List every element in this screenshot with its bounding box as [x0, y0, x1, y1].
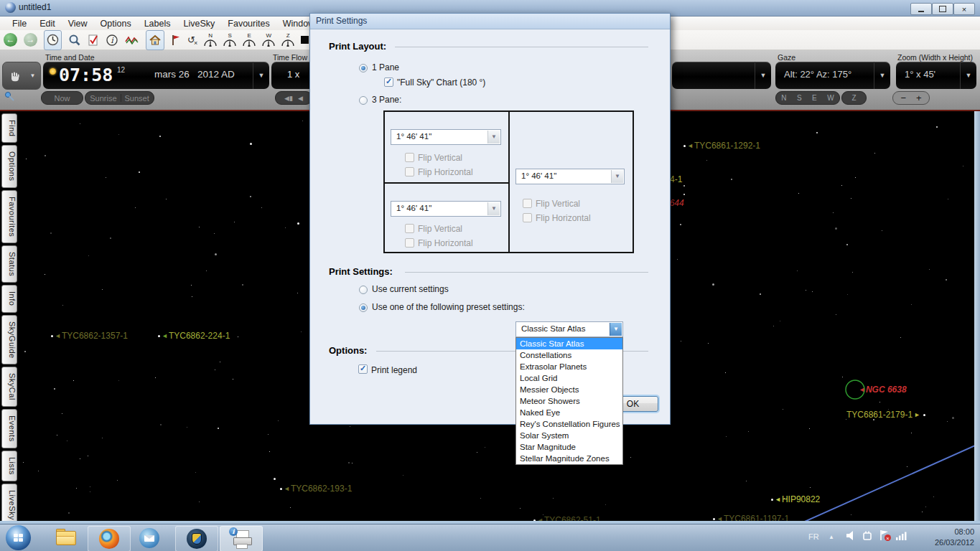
radio-3-pane[interactable] — [359, 96, 368, 105]
minimize-button[interactable] — [910, 3, 932, 15]
info-button[interactable]: i — [106, 32, 118, 49]
preset-option[interactable]: Meteor Showers — [516, 395, 622, 407]
now-button[interactable]: Now — [41, 91, 83, 105]
dso-label-ngc-6638[interactable]: ◄NGC 6638 — [859, 385, 907, 395]
compass-west-button[interactable]: W — [262, 32, 275, 49]
report-button[interactable] — [88, 32, 99, 49]
gaze-north-button[interactable]: N — [781, 94, 786, 102]
search-button[interactable] — [68, 32, 81, 49]
dialog-title-bar[interactable]: Print Settings — [310, 14, 670, 29]
checkbox-print-legend[interactable] — [358, 364, 368, 374]
selection-dropdown[interactable]: ▼ — [672, 62, 771, 89]
menu-favourites[interactable]: Favourites — [221, 19, 276, 29]
tab-skyguide[interactable]: SkyGuide — [1, 315, 17, 365]
flag-button[interactable] — [171, 32, 181, 49]
tab-favourites[interactable]: Favourites — [1, 190, 17, 243]
step-back-icon[interactable]: ◀▮ — [284, 95, 293, 102]
star-label-tyc6861-1292-1[interactable]: ◄TYC6861-1292-1 — [683, 141, 760, 151]
gaze-south-button[interactable]: S — [797, 94, 802, 102]
zoom-dropdown-arrow[interactable]: ▼ — [960, 62, 976, 89]
chevron-down-icon[interactable]: ▼ — [487, 131, 500, 143]
tab-livesky[interactable]: LiveSky — [1, 484, 17, 524]
star-label-tyc6862-193-1[interactable]: ◄TYC6862-193-1 — [280, 484, 352, 494]
selection-dropdown-arrow[interactable]: ▼ — [755, 62, 771, 89]
fov-combo-right[interactable]: 1° 46' 41"▼ — [515, 169, 625, 184]
security-app-taskbar-button[interactable] — [175, 526, 218, 551]
radio-use-preset[interactable] — [359, 303, 368, 312]
reset-selection-button[interactable]: ↺× — [187, 32, 197, 49]
close-button[interactable]: × — [953, 3, 975, 15]
preset-option[interactable]: Star Magnitude — [516, 441, 622, 453]
print-app-taskbar-button[interactable]: i — [220, 526, 263, 551]
chevron-down-icon[interactable]: ▼ — [611, 170, 623, 183]
gaze-dropdown-arrow[interactable]: ▼ — [874, 62, 890, 89]
compass-north-button[interactable]: N — [204, 32, 217, 49]
firefox-taskbar-button[interactable] — [88, 526, 131, 551]
show-hidden-icons-button[interactable]: ▲ — [829, 534, 834, 540]
menu-edit[interactable]: Edit — [33, 19, 62, 29]
star-label-tyc6861-2179-1[interactable]: TYC6861-2179-1► — [846, 410, 927, 420]
time-dropdown-arrow[interactable]: ▼ — [253, 62, 269, 89]
graph-button[interactable] — [125, 32, 139, 49]
pushpin-icon[interactable] — [4, 91, 16, 103]
fov-combo-bottom-left[interactable]: 1° 46' 41"▼ — [391, 201, 501, 217]
time-date-box[interactable]: 07:58 12 mars 26 2012 AD ▼ — [43, 62, 269, 89]
clock-tray[interactable]: 08:00 26/03/2012 — [935, 527, 974, 548]
nav-forward-button[interactable]: → — [24, 32, 37, 49]
right-scroll-strip[interactable] — [974, 111, 980, 524]
start-button[interactable] — [6, 525, 31, 550]
tab-find[interactable]: Find — [1, 113, 17, 143]
compass-south-button[interactable]: S — [223, 32, 236, 49]
zoom-buttons[interactable]: − + — [892, 91, 930, 105]
chevron-down-icon[interactable]: ▼ — [610, 323, 622, 336]
action-center-icon[interactable]: × — [879, 529, 892, 543]
preset-option[interactable]: Classic Star Atlas — [516, 338, 622, 349]
tab-status[interactable]: Status — [1, 245, 17, 283]
star-label-tyc6862-224-1[interactable]: ◄TYC6862-224-1 — [158, 331, 230, 341]
sunrise-sunset-button[interactable]: Sunrise Sunset — [85, 91, 154, 105]
menu-options[interactable]: Options — [94, 19, 138, 29]
compass-zenith-button[interactable]: Z — [281, 32, 294, 49]
checkbox-full-sky[interactable] — [384, 77, 393, 87]
play-reverse-icon[interactable]: ◀ — [298, 95, 303, 102]
tab-lists[interactable]: Lists — [1, 451, 17, 481]
gaze-east-button[interactable]: E — [812, 94, 817, 102]
compass-east-button[interactable]: E — [243, 32, 256, 49]
cursor-tool-button[interactable] — [2, 62, 26, 90]
preset-option[interactable]: Constellations — [516, 349, 622, 361]
menu-livesky[interactable]: LiveSky — [177, 19, 222, 29]
menu-view[interactable]: View — [62, 19, 94, 29]
star-label-partial-94-1[interactable]: 4-1 — [670, 174, 682, 184]
maximize-button[interactable] — [932, 3, 953, 15]
radio-1-pane[interactable] — [359, 64, 368, 72]
thunderbird-taskbar-button[interactable] — [135, 527, 164, 549]
preset-option[interactable]: Naked Eye — [516, 407, 622, 418]
preset-option[interactable]: Extrasolar Planets — [516, 361, 622, 372]
tab-info[interactable]: Info — [1, 285, 17, 312]
preset-option[interactable]: Local Grid — [516, 372, 622, 384]
time-panel-button[interactable] — [44, 30, 62, 50]
power-icon[interactable] — [862, 530, 873, 542]
preset-option[interactable]: Messier Objects — [516, 384, 622, 395]
zoom-out-button[interactable]: − — [900, 93, 906, 103]
preset-combo[interactable]: Classic Star Atlas▼ — [515, 321, 623, 337]
home-button[interactable] — [146, 30, 164, 50]
tab-skycal[interactable]: SkyCal — [1, 367, 17, 407]
time-step-controls[interactable]: ◀▮◀ — [275, 91, 312, 105]
network-icon[interactable] — [896, 531, 907, 542]
preset-option[interactable]: Solar System — [516, 430, 622, 441]
nav-back-button[interactable]: ← — [4, 32, 17, 49]
gaze-west-button[interactable]: W — [827, 94, 834, 102]
volume-icon[interactable] — [846, 530, 857, 542]
tab-options[interactable]: Options — [1, 145, 17, 187]
black-square-button[interactable] — [301, 32, 309, 49]
explorer-taskbar-button[interactable] — [52, 527, 80, 549]
gaze-box[interactable]: Alt: 22° Az: 175° ▼ — [775, 62, 890, 89]
language-indicator[interactable]: FR — [808, 532, 819, 541]
star-label-hip90822[interactable]: ◄HIP90822 — [771, 494, 820, 504]
gaze-zenith-button[interactable]: Z — [841, 91, 867, 105]
zoom-in-button[interactable]: + — [916, 93, 922, 103]
chevron-down-icon[interactable]: ▼ — [487, 202, 500, 215]
menu-file[interactable]: File — [6, 19, 33, 29]
preset-option[interactable]: Stellar Magnitude Zones — [516, 453, 622, 464]
